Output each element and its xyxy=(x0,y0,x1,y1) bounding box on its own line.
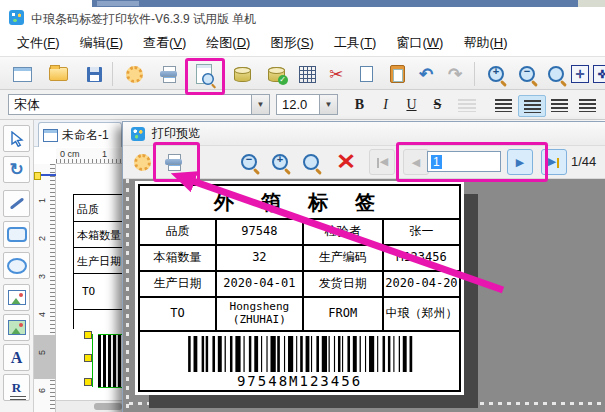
menu-view[interactable]: 查看(V) xyxy=(134,31,195,55)
dialog-title-bar[interactable]: 打印预览 xyxy=(123,122,605,146)
grid-icon xyxy=(299,66,316,83)
preview-zoom-in-button[interactable]: + xyxy=(267,149,293,175)
design-row-label: 本箱数量 xyxy=(77,228,121,243)
open-file-button[interactable] xyxy=(44,60,72,88)
text-tool-button[interactable]: A xyxy=(3,344,30,371)
align-justify-icon xyxy=(579,99,596,112)
bold-button[interactable]: B xyxy=(348,94,371,116)
cursor-arrow-icon xyxy=(10,131,24,147)
align-center-button[interactable] xyxy=(518,95,546,117)
next-page-button[interactable]: ▶ xyxy=(507,149,533,175)
print-preview-icon xyxy=(196,64,212,84)
new-document-icon xyxy=(13,67,32,82)
document-tab[interactable]: 未命名-1 xyxy=(38,122,122,147)
label-cell: 2020-04-20 xyxy=(383,271,460,297)
rotate-tool-button[interactable]: ↻ xyxy=(3,156,30,183)
fit-window-button[interactable]: ✜ xyxy=(588,60,605,88)
label-cell: M123456 xyxy=(383,245,460,271)
paste-button[interactable] xyxy=(383,60,411,88)
page-number-input[interactable]: 1 xyxy=(427,151,501,172)
menu-edit[interactable]: 编辑(E) xyxy=(71,31,132,55)
preview-settings-button[interactable] xyxy=(129,149,155,175)
line-tool-button[interactable] xyxy=(3,190,30,217)
horizontal-scrollbar[interactable] xyxy=(56,400,122,412)
preview-zoom-out-button[interactable]: − xyxy=(236,149,262,175)
richtext-tool-button[interactable]: R xyxy=(3,374,30,401)
ruler-selection-highlight xyxy=(34,335,56,379)
selection-outline xyxy=(92,334,93,387)
next-page-icon: ▶ xyxy=(516,157,524,168)
paste-icon xyxy=(390,65,405,83)
print-button[interactable] xyxy=(155,60,183,88)
label-cell: Hongsheng (ZHUHAI) xyxy=(216,297,303,331)
first-page-button[interactable]: ◀ xyxy=(369,149,395,175)
design-barcode-object[interactable] xyxy=(98,334,122,388)
preview-close-button[interactable]: ✕ xyxy=(333,149,359,175)
label-cell: 检验者 xyxy=(303,219,383,245)
close-x-icon: ✕ xyxy=(336,151,356,173)
design-table-line xyxy=(73,273,122,274)
font-effect-button[interactable] xyxy=(454,95,480,115)
align-justify-button[interactable] xyxy=(574,95,600,115)
select-tool-button[interactable] xyxy=(3,125,30,152)
preview-print-button[interactable] xyxy=(161,149,187,175)
font-family-select[interactable]: 宋体 ▼ xyxy=(8,94,270,115)
menu-window[interactable]: 窗口(W) xyxy=(387,31,452,55)
label-cell: FROM xyxy=(303,297,383,331)
align-left-icon xyxy=(495,99,512,112)
chevron-down-icon[interactable]: ▼ xyxy=(251,95,269,114)
selection-handle[interactable] xyxy=(84,378,92,386)
redo-button[interactable]: ↷ xyxy=(441,60,469,88)
zoom-out-button[interactable]: − xyxy=(513,60,541,88)
menu-bar: 文件(F) 编辑(E) 查看(V) 绘图(D) 图形(S) 工具(T) 窗口(W… xyxy=(0,30,605,56)
strikethrough-button[interactable]: S xyxy=(426,94,449,116)
image-tool-button[interactable] xyxy=(3,284,30,311)
menu-graphics[interactable]: 图形(S) xyxy=(261,31,322,55)
cut-scissors-icon: ✂ xyxy=(329,66,343,83)
previous-page-button[interactable]: ◀ xyxy=(403,149,429,175)
scrollbar-thumb[interactable] xyxy=(94,403,122,410)
zoom-in-button[interactable]: + xyxy=(482,60,510,88)
print-preview-button[interactable] xyxy=(190,60,218,88)
undo-button[interactable]: ↶ xyxy=(412,60,440,88)
design-canvas[interactable]: 品质 本箱数量 生产日期 TO xyxy=(56,164,122,400)
ellipse-tool-button[interactable] xyxy=(3,252,30,279)
preview-zoom-button[interactable] xyxy=(298,149,324,175)
copy-button[interactable] xyxy=(352,60,380,88)
settings-button[interactable] xyxy=(120,60,148,88)
vertical-ruler: 1 2 3 4 5 6 xyxy=(34,164,56,412)
font-size-select[interactable]: 12.0 ▼ xyxy=(276,94,338,115)
rounded-rect-tool-button[interactable] xyxy=(3,221,30,248)
menu-tools[interactable]: 工具(T) xyxy=(325,31,386,55)
italic-button[interactable]: I xyxy=(374,94,397,116)
vruler-number: 4 xyxy=(37,305,47,317)
zoom-icon xyxy=(303,154,319,170)
database-button[interactable] xyxy=(228,60,256,88)
app-window: 中琅条码标签打印软件-V6.3.9 试用版 单机 文件(F) 编辑(E) 查看(… xyxy=(0,0,605,412)
align-left-button[interactable] xyxy=(490,95,516,115)
design-table-line xyxy=(73,247,122,248)
format-toolbar: 宋体 ▼ 12.0 ▼ B I U S xyxy=(0,90,605,120)
print-icon xyxy=(160,66,178,82)
underline-button[interactable]: U xyxy=(400,94,423,116)
menu-file[interactable]: 文件(F) xyxy=(8,31,69,55)
chevron-down-icon[interactable]: ▼ xyxy=(319,95,337,114)
menu-draw[interactable]: 绘图(D) xyxy=(197,31,259,55)
selection-handle[interactable] xyxy=(84,354,92,362)
database-sync-button[interactable] xyxy=(262,60,290,88)
save-button[interactable] xyxy=(80,60,108,88)
last-page-button[interactable]: ▶ xyxy=(541,149,567,175)
selection-handle[interactable] xyxy=(84,331,92,339)
new-document-button[interactable] xyxy=(8,60,36,88)
label-cell: 本箱数量 xyxy=(139,245,216,271)
toolbar-separator xyxy=(474,62,475,86)
cut-button[interactable]: ✂ xyxy=(322,60,350,88)
title-bar: 中琅条码标签打印软件-V6.3.9 试用版 单机 xyxy=(0,7,605,30)
grid-toggle-button[interactable] xyxy=(293,60,321,88)
dialog-title: 打印预览 xyxy=(152,125,200,142)
font-size-value: 12.0 xyxy=(277,97,319,112)
align-right-button[interactable] xyxy=(546,95,572,115)
menu-help[interactable]: 帮助(H) xyxy=(454,31,516,55)
print-icon xyxy=(165,154,183,170)
picture-tool-button[interactable] xyxy=(3,314,30,341)
